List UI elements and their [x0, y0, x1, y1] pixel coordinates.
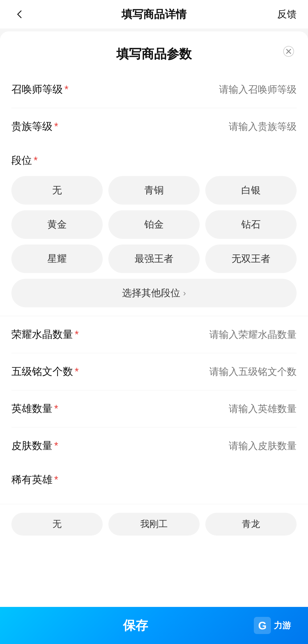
rank-silver-button[interactable]: 白银 [205, 176, 297, 205]
top-navigation-bar: 填写商品详情 反馈 [0, 0, 308, 29]
rune-count-required: * [75, 366, 79, 378]
rank-section: 段位 * 无 青铜 白银 黄金 铂金 钻石 星耀 [0, 145, 308, 316]
rare-hero-label: 稀有英雄 * [11, 473, 297, 487]
rank-gold-button[interactable]: 黄金 [11, 210, 103, 239]
glory-crystals-field: 荣耀水晶数量 * [11, 316, 297, 353]
svg-text:G: G [258, 620, 267, 632]
brand-logo-text: 力游 [274, 620, 291, 631]
form-section-extra: 荣耀水晶数量 * 五级铭文个数 * 英雄数量 * 皮肤数量 * [0, 316, 308, 464]
noble-level-label: 贵族等级 * [11, 120, 91, 134]
bottom-save-bar: 保存 G 力游 [0, 607, 308, 644]
back-button[interactable] [11, 6, 29, 23]
skin-count-field: 皮肤数量 * [11, 427, 297, 464]
rare-hero-option-1[interactable]: 无 [11, 513, 103, 536]
summoner-level-field: 召唤师等级 * [11, 71, 297, 108]
rare-hero-required: * [54, 474, 58, 486]
rank-unmatched-button[interactable]: 无双王者 [205, 245, 297, 273]
rank-bronze-button[interactable]: 青铜 [108, 176, 200, 205]
glory-crystals-input[interactable] [91, 329, 297, 340]
hero-count-label: 英雄数量 * [11, 402, 91, 416]
rare-hero-option-3[interactable]: 青龙 [205, 513, 297, 536]
logo-area: G 力游 [254, 617, 291, 634]
rank-other-button[interactable]: 选择其他段位 › [11, 279, 297, 307]
skin-count-required: * [54, 440, 58, 452]
page-title: 填写商品详情 [121, 7, 187, 22]
rune-count-label: 五级铭文个数 * [11, 365, 91, 379]
rare-hero-section: 稀有英雄 * [0, 464, 308, 504]
skin-count-label: 皮肤数量 * [11, 439, 91, 453]
close-button[interactable] [281, 43, 297, 59]
noble-level-field: 贵族等级 * [11, 108, 297, 145]
feedback-button[interactable]: 反馈 [277, 8, 297, 21]
modal-title: 填写商品参数 [116, 46, 192, 62]
summoner-level-input[interactable] [91, 84, 297, 95]
glory-crystals-label: 荣耀水晶数量 * [11, 328, 91, 342]
rare-hero-options-partial: 无 我刚工 青龙 [0, 504, 308, 541]
form-section-basic: 召唤师等级 * 贵族等级 * [0, 71, 308, 145]
modal-header: 填写商品参数 [0, 31, 308, 71]
skin-count-input[interactable] [91, 440, 297, 451]
rank-diamond-button[interactable]: 钻石 [205, 210, 297, 239]
modal-container: 填写商品参数 召唤师等级 * 贵族等级 * [0, 31, 308, 631]
summoner-level-required: * [64, 84, 68, 96]
glory-crystals-required: * [75, 329, 79, 341]
rare-hero-option-2[interactable]: 我刚工 [108, 513, 200, 536]
summoner-level-label: 召唤师等级 * [11, 82, 91, 96]
noble-level-required: * [54, 121, 58, 133]
rank-star-button[interactable]: 星耀 [11, 245, 103, 273]
rank-label: 段位 * [11, 154, 297, 167]
rank-platinum-button[interactable]: 铂金 [108, 210, 200, 239]
rune-count-input[interactable] [91, 366, 297, 377]
hero-count-field: 英雄数量 * [11, 390, 297, 427]
noble-level-input[interactable] [91, 121, 297, 132]
hero-count-required: * [54, 403, 58, 415]
rank-none-button[interactable]: 无 [11, 176, 103, 205]
chevron-right-icon: › [183, 288, 186, 298]
save-button[interactable]: 保存 [17, 617, 254, 634]
hero-count-input[interactable] [91, 403, 297, 414]
rank-strongest-button[interactable]: 最强王者 [108, 245, 200, 273]
rune-count-field: 五级铭文个数 * [11, 353, 297, 390]
rank-required: * [34, 155, 38, 167]
rank-buttons-grid: 无 青铜 白银 黄金 铂金 钻石 星耀 最强王者 [11, 176, 297, 307]
brand-logo-icon: G [254, 617, 271, 634]
